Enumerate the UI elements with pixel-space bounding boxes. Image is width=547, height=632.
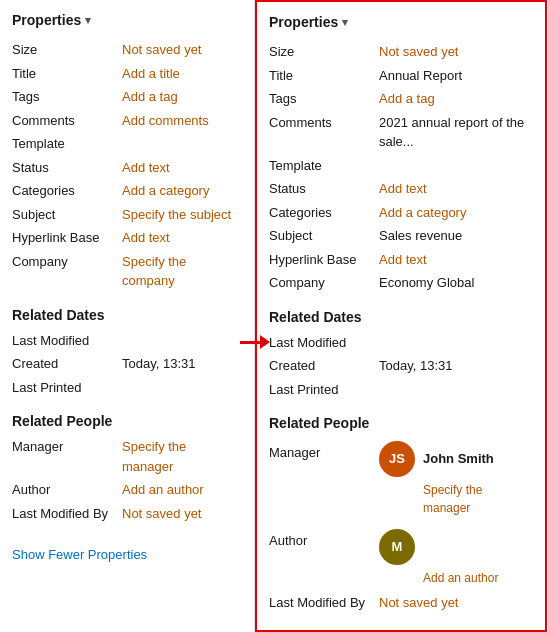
prop-label: Hyperlink Base bbox=[12, 226, 122, 250]
right-people-table: Manager JS John Smith Specify the manage… bbox=[269, 437, 535, 615]
left-people-table: ManagerSpecify the managerAuthorAdd an a… bbox=[12, 435, 244, 525]
table-row: SubjectSpecify the subject bbox=[12, 203, 244, 227]
table-row: AuthorAdd an author bbox=[12, 478, 244, 502]
last-modified-by-row: Last Modified By Not saved yet bbox=[269, 589, 535, 615]
prop-label: Comments bbox=[269, 111, 379, 154]
prop-label: Categories bbox=[12, 179, 122, 203]
prop-label: Author bbox=[12, 478, 122, 502]
prop-value: Not saved yet bbox=[122, 502, 244, 526]
table-row: TagsAdd a tag bbox=[269, 87, 535, 111]
prop-value: Annual Report bbox=[379, 64, 535, 88]
prop-label: Tags bbox=[269, 87, 379, 111]
left-related-dates-title: Related Dates bbox=[12, 307, 244, 323]
prop-label: Last Modified By bbox=[12, 502, 122, 526]
prop-label: Subject bbox=[12, 203, 122, 227]
table-row: Last Modified ByNot saved yet bbox=[12, 502, 244, 526]
prop-value: Add a tag bbox=[379, 87, 535, 111]
left-dates-table: Last ModifiedCreatedToday, 13:31Last Pri… bbox=[12, 329, 244, 400]
author-sub: Add an author bbox=[423, 569, 531, 587]
prop-label: Last Printed bbox=[12, 376, 122, 400]
panels-container: Properties ▾ SizeNot saved yetTitleAdd a… bbox=[0, 0, 547, 632]
prop-value bbox=[122, 376, 244, 400]
manager-block: JS John Smith Specify the manager bbox=[379, 441, 531, 517]
prop-label: Template bbox=[269, 154, 379, 178]
right-related-dates-title: Related Dates bbox=[269, 309, 535, 325]
table-row: SizeNot saved yet bbox=[269, 40, 535, 64]
left-properties-table: SizeNot saved yetTitleAdd a titleTagsAdd… bbox=[12, 38, 244, 293]
prop-value: Today, 13:31 bbox=[379, 354, 535, 378]
prop-label: Last Modified bbox=[12, 329, 122, 353]
table-row: Hyperlink BaseAdd text bbox=[269, 248, 535, 272]
table-row: CreatedToday, 13:31 bbox=[269, 354, 535, 378]
last-modified-value-cell: Not saved yet bbox=[379, 589, 535, 615]
arrow-line bbox=[240, 341, 260, 344]
table-row: Last Modified bbox=[12, 329, 244, 353]
table-row: CategoriesAdd a category bbox=[269, 201, 535, 225]
table-row: StatusAdd text bbox=[269, 177, 535, 201]
manager-avatar: JS bbox=[379, 441, 415, 477]
prop-label: Comments bbox=[12, 109, 122, 133]
prop-label: Last Printed bbox=[269, 378, 379, 402]
table-row: Last Printed bbox=[12, 376, 244, 400]
prop-value: Add comments bbox=[122, 109, 244, 133]
left-panel-header: Properties ▾ bbox=[12, 12, 244, 28]
author-label: Author bbox=[269, 519, 379, 589]
left-panel: Properties ▾ SizeNot saved yetTitleAdd a… bbox=[0, 0, 255, 632]
prop-label: Manager bbox=[12, 435, 122, 478]
prop-label: Subject bbox=[269, 224, 379, 248]
manager-initials: JS bbox=[389, 449, 405, 469]
table-row: TitleAnnual Report bbox=[269, 64, 535, 88]
prop-value bbox=[379, 378, 535, 402]
prop-value: Today, 13:31 bbox=[122, 352, 244, 376]
last-modified-label: Last Modified By bbox=[269, 589, 379, 615]
table-row: Last Printed bbox=[269, 378, 535, 402]
prop-value: Specify the manager bbox=[122, 435, 244, 478]
prop-label: Title bbox=[12, 62, 122, 86]
left-chevron-icon: ▾ bbox=[85, 14, 91, 27]
prop-value: Specify the company bbox=[122, 250, 244, 293]
prop-value: Add text bbox=[379, 248, 535, 272]
prop-value: Sales revenue bbox=[379, 224, 535, 248]
right-panel: Properties ▾ SizeNot saved yetTitleAnnua… bbox=[255, 0, 547, 632]
manager-sub: Specify the manager bbox=[423, 481, 531, 517]
manager-name: John Smith bbox=[423, 449, 494, 469]
prop-label: Created bbox=[12, 352, 122, 376]
prop-value: Add text bbox=[379, 177, 535, 201]
prop-value: Add a category bbox=[379, 201, 535, 225]
arrow-indicator bbox=[240, 335, 270, 349]
prop-value: 2021 annual report of the sale... bbox=[379, 111, 535, 154]
table-row: Comments2021 annual report of the sale..… bbox=[269, 111, 535, 154]
prop-label: Categories bbox=[269, 201, 379, 225]
left-show-fewer-button[interactable]: Show Fewer Properties bbox=[12, 547, 147, 562]
prop-label: Size bbox=[12, 38, 122, 62]
table-row: TitleAdd a title bbox=[12, 62, 244, 86]
manager-label: Manager bbox=[269, 437, 379, 519]
prop-label: Title bbox=[269, 64, 379, 88]
table-row: CommentsAdd comments bbox=[12, 109, 244, 133]
right-dates-table: Last ModifiedCreatedToday, 13:31Last Pri… bbox=[269, 331, 535, 402]
prop-value: Add a title bbox=[122, 62, 244, 86]
last-modified-value: Not saved yet bbox=[379, 595, 459, 610]
right-chevron-icon: ▾ bbox=[342, 16, 348, 29]
arrow-head bbox=[260, 335, 270, 349]
prop-label: Size bbox=[269, 40, 379, 64]
prop-label: Company bbox=[12, 250, 122, 293]
prop-value: Add text bbox=[122, 226, 244, 250]
prop-value: Not saved yet bbox=[122, 38, 244, 62]
author-person-row: M bbox=[379, 529, 531, 565]
author-block: M Add an author bbox=[379, 529, 531, 587]
author-avatar: M bbox=[379, 529, 415, 565]
table-row: CategoriesAdd a category bbox=[12, 179, 244, 203]
prop-value bbox=[379, 331, 535, 355]
prop-label: Last Modified bbox=[269, 331, 379, 355]
manager-value-cell: JS John Smith Specify the manager bbox=[379, 437, 535, 519]
author-value-cell: M Add an author bbox=[379, 519, 535, 589]
right-related-people-title: Related People bbox=[269, 415, 535, 431]
prop-value: Add a tag bbox=[122, 85, 244, 109]
table-row: SubjectSales revenue bbox=[269, 224, 535, 248]
left-related-people-title: Related People bbox=[12, 413, 244, 429]
prop-value: Add an author bbox=[122, 478, 244, 502]
author-row: Author M Add an author bbox=[269, 519, 535, 589]
prop-value: Economy Global bbox=[379, 271, 535, 295]
prop-value: Specify the subject bbox=[122, 203, 244, 227]
